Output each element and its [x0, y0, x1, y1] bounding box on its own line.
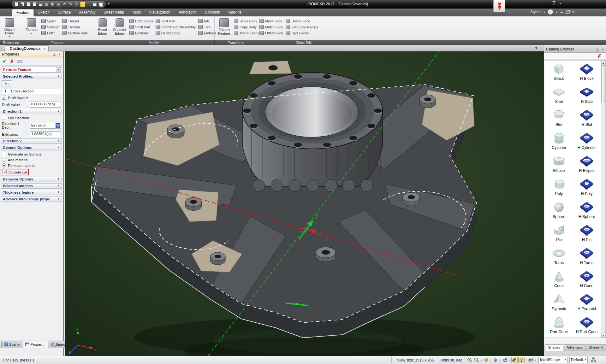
panel-close-icon[interactable]: × [602, 47, 604, 51]
ribbon-tab[interactable]: Visualization [145, 9, 174, 16]
chevron-down-icon[interactable]: ▼ [564, 358, 567, 361]
styles-menu[interactable]: Styles [530, 10, 541, 14]
ribbon-tab[interactable]: Assembly [75, 9, 99, 16]
ribbon-tab[interactable]: Tools [128, 9, 145, 16]
print-icon[interactable] [528, 357, 534, 363]
outside-cut-checkbox[interactable]: ✓ Outside cut [3, 170, 27, 174]
chevron-down-icon[interactable]: ▼ [56, 123, 60, 128]
flip-direction-checkbox[interactable]: Flip Direction [2, 116, 61, 120]
checkbox-checked-icon[interactable]: ✓ [3, 170, 7, 174]
remove-material-radio[interactable]: Remove material [2, 163, 61, 167]
chevron-down-icon[interactable]: ▾ [535, 359, 536, 361]
extrusion-input[interactable]: 1.968504(in) [30, 131, 61, 137]
viewport-3d[interactable]: x y y x z [65, 51, 544, 356]
collapsed-section-header[interactable]: Thickness feature▼ [1, 190, 62, 195]
checkbox-checked-icon[interactable]: ✓ [2, 96, 6, 100]
catalog-item[interactable]: Pyramid [545, 292, 573, 315]
ribbon-big-button[interactable]: Pattern Feature [216, 17, 232, 39]
quick-access-icon[interactable] [26, 2, 31, 7]
catalog-tab[interactable]: Advshaps [564, 344, 585, 351]
minimize-button[interactable]: — [544, 2, 547, 6]
chevron-down-icon[interactable]: ▼ [56, 67, 61, 72]
view-cube-icon[interactable] [492, 357, 499, 363]
quick-access-icon[interactable] [74, 2, 79, 7]
catalog-delete-icon[interactable]: ✗ [597, 53, 602, 59]
profile-row[interactable]: 1 Cross-Section [2, 89, 61, 94]
scroll-down-icon[interactable]: ▼ [601, 333, 605, 338]
ribbon-big-button[interactable]: Chamfer Edges [111, 17, 128, 39]
ribbon-tab[interactable]: Feature [12, 9, 34, 16]
panel-close-icon[interactable]: × [59, 52, 61, 56]
style-select[interactable]: Default▼ [569, 357, 588, 363]
catalog-item[interactable]: H Ellipse [573, 154, 601, 177]
cancel-icon[interactable]: ✗ [10, 59, 14, 64]
panel-tab[interactable]: Scene [1, 341, 22, 348]
section-selected-profiles[interactable]: Selected Profiles:▲ [1, 74, 62, 79]
styles-dropdown-icon[interactable]: ▾ [544, 10, 545, 14]
catalog-item[interactable]: H Slot [573, 108, 601, 131]
help-icon[interactable]: ? [548, 9, 553, 15]
ribbon-button[interactable]: Loft▾ [40, 30, 61, 36]
ribbon-button[interactable]: Split Part [155, 18, 197, 24]
ribbon-big-button[interactable]: Extrude▾ [23, 17, 40, 39]
chevron-down-icon[interactable]: ▾ [490, 359, 491, 361]
confirm-icon[interactable]: ✔ [3, 58, 7, 64]
pin-icon[interactable]: ⊥ [596, 47, 599, 51]
ribbon-tab[interactable]: Annotation [175, 9, 201, 16]
catalog-item[interactable]: H Cone [573, 269, 601, 292]
download-overlay-icon[interactable]: ▼▼ [493, 0, 505, 12]
ribbon-button[interactable]: Custom Hole [61, 30, 89, 36]
ribbon-button[interactable]: Move Face [258, 18, 284, 24]
ribbon-button[interactable]: Draft Faces [128, 18, 154, 24]
zoom-window-icon[interactable] [473, 357, 480, 363]
ribbon-button[interactable]: Delete Body [155, 30, 197, 36]
feature-type-combo[interactable]: Extrude Feature ▼ [2, 67, 61, 73]
quick-access-icon[interactable] [14, 2, 19, 7]
camera-icon[interactable] [502, 357, 508, 363]
catalog-tab[interactable]: Sheetmtl [586, 344, 606, 351]
catalog-item[interactable]: Ellipse [545, 154, 573, 177]
ribbon-button[interactable]: Boolean [128, 30, 154, 36]
catalog-item[interactable]: Cylinder [545, 131, 573, 154]
ribbon-tab[interactable]: Add-Ins [224, 9, 246, 16]
camera-views-icon[interactable] [483, 357, 489, 363]
doc-close-button[interactable]: × [572, 10, 574, 14]
ribbon-button[interactable]: Stretch Part/Assembly [155, 24, 197, 30]
hierarchy-icon[interactable] [590, 357, 597, 363]
catalog-item[interactable]: H Cylinder [573, 131, 601, 154]
preview-glasses-icon[interactable] [17, 60, 22, 63]
ribbon-big-button[interactable]: Blend Edges [94, 17, 111, 39]
quick-access-icon[interactable] [32, 2, 37, 7]
catalog-item[interactable]: Block [545, 62, 573, 85]
catalog-item[interactable]: Part Cone [545, 315, 573, 338]
pin-icon[interactable]: ⊥ [53, 52, 56, 56]
quick-access-icon[interactable] [56, 2, 61, 7]
chevron-down-icon[interactable]: ▾ [481, 359, 482, 361]
catalog-item[interactable]: H Sphere [573, 200, 601, 223]
catalog-item[interactable]: H Pyramid [573, 292, 601, 315]
chevron-down-icon[interactable]: ▾ [526, 359, 527, 361]
document-tabs-dropdown-icon[interactable]: ▼ [535, 46, 538, 50]
collapsed-section-header[interactable]: Selected outlines▼ [1, 183, 62, 189]
generate-surface-checkbox[interactable]: Generate as Surface [2, 152, 61, 156]
add-material-radio[interactable]: Add material [2, 158, 61, 162]
zoom-fit-icon[interactable] [466, 357, 473, 363]
section-direction-2[interactable]: Direction 2▼ [1, 138, 62, 144]
ribbon-button[interactable]: Shell Part [128, 24, 154, 30]
quick-access-icon[interactable] [44, 2, 49, 7]
scroll-up-icon[interactable]: ▲ [601, 61, 605, 65]
ribbon-button[interactable]: Split Faces [285, 30, 319, 36]
quick-access-icon[interactable]: ↶ [62, 2, 67, 7]
catalog-item[interactable]: Sphere [545, 200, 573, 223]
collapsed-section-header[interactable]: Behavior Options▼ [1, 177, 62, 182]
quick-access-icon[interactable] [50, 2, 55, 7]
ribbon-tab[interactable]: Surface [54, 9, 75, 16]
chevron-down-icon[interactable]: ▾ [509, 359, 510, 361]
chevron-down-icon[interactable]: ▼ [584, 358, 587, 361]
close-button[interactable]: × [559, 2, 561, 6]
scrollbar-thumb[interactable] [601, 65, 605, 103]
ribbon-button[interactable]: Thread [61, 18, 89, 24]
quick-access-icon[interactable] [98, 2, 103, 7]
checkbox-unchecked-icon[interactable] [2, 152, 6, 156]
catalog-item[interactable]: Cone [545, 269, 573, 292]
